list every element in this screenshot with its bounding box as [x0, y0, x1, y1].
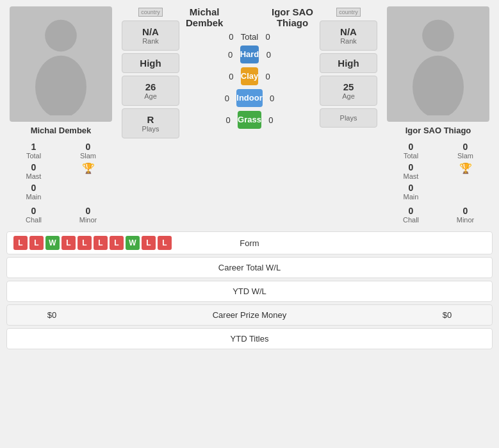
- h2h-clay-p2: 0: [258, 72, 277, 81]
- player2-slam-cell: 0 Slam: [438, 140, 493, 161]
- player2-slam-val: 0: [438, 142, 493, 152]
- player1-slam-cell: 0 Slam: [61, 140, 115, 161]
- prize-money-label: Career Prize Money: [90, 310, 409, 320]
- h2h-clay-p1: 0: [222, 72, 241, 81]
- player2-rank-val: N/A: [328, 26, 369, 37]
- player1-high-box: High: [122, 53, 179, 73]
- h2h-grass-row: 0 Grass 0: [218, 111, 281, 129]
- player2-age-box: 25 Age: [320, 76, 377, 106]
- player1-block: Michal Dembek 1 Total 0 Slam 0 Mast 🏆: [6, 6, 115, 225]
- h2h-p2-name: Igor SAO Thiago: [272, 6, 313, 28]
- h2h-total-label: Total: [241, 32, 258, 42]
- form-badge-9: L: [158, 236, 172, 250]
- player1-age-lbl: Age: [130, 92, 171, 100]
- player1-stats2: 0 Chall 0 Minor: [6, 204, 115, 225]
- player2-stats2: 0 Chall 0 Minor: [384, 204, 493, 225]
- player1-stats: 1 Total 0 Slam 0 Mast 🏆 0 Main: [6, 140, 115, 202]
- svg-point-0: [45, 20, 77, 52]
- player1-total-cell: 1 Total: [6, 140, 61, 161]
- player1-rank-lbl: Rank: [130, 37, 171, 45]
- player1-main-lbl: Main: [6, 193, 61, 201]
- player2-name: Igor SAO Thiago: [405, 126, 471, 135]
- player1-plays-lbl: Plays: [130, 125, 171, 133]
- player2-minor-val: 0: [438, 206, 493, 216]
- ytd-titles-row: YTD Titles: [6, 328, 493, 349]
- career-total-label: Career Total W/L: [90, 263, 409, 272]
- ytd-titles-label: YTD Titles: [90, 334, 409, 344]
- player2-rank-lbl: Rank: [328, 37, 369, 45]
- player1-rank-val: N/A: [130, 26, 171, 37]
- player2-slam-lbl: Slam: [438, 152, 493, 160]
- player2-chall-lbl: Chall: [384, 216, 438, 224]
- h2h-hard-p2: 0: [259, 50, 278, 60]
- player1-trophy-icon: 🏆: [61, 162, 115, 174]
- h2h-total-p1: 0: [222, 32, 241, 42]
- player1-name: Michal Dembek: [31, 126, 92, 135]
- form-label: Form: [211, 238, 288, 248]
- h2h-center-block: Michal Dembek Igor SAO Thiago 0 Total 0 …: [186, 6, 313, 225]
- player2-total-cell: 0 Total: [384, 140, 438, 161]
- form-badge-0: L: [13, 236, 28, 250]
- player2-plays-box: Plays: [320, 108, 377, 128]
- ytd-wl-label: YTD W/L: [90, 286, 409, 296]
- player2-main-val: 0: [384, 183, 438, 193]
- h2h-indoor-btn[interactable]: Indoor: [236, 89, 262, 107]
- player2-mast-val: 0: [384, 162, 438, 172]
- player1-photo: [10, 6, 112, 122]
- h2h-clay-btn[interactable]: Clay: [241, 67, 258, 85]
- h2h-total-p2: 0: [258, 32, 277, 42]
- player2-total-val: 0: [384, 142, 438, 152]
- form-badge-3: L: [61, 236, 76, 250]
- form-badge-5: L: [94, 236, 108, 250]
- player1-slam-lbl: Slam: [61, 152, 115, 160]
- form-badges: LLWLLLLWLL: [13, 236, 211, 250]
- player2-minor-lbl: Minor: [438, 216, 493, 224]
- player1-chall-lbl: Chall: [6, 216, 61, 224]
- form-badge-7: W: [126, 236, 140, 250]
- prize-money-left: $0: [13, 310, 90, 320]
- player1-main-val: 0: [6, 183, 61, 193]
- h2h-total-row: 0 Total 0: [222, 32, 277, 42]
- h2h-indoor-p1: 0: [217, 94, 236, 103]
- h2h-indoor-row: 0 Indoor 0: [217, 89, 281, 107]
- svg-point-3: [413, 56, 464, 115]
- player1-minor-lbl: Minor: [61, 216, 115, 224]
- main-container: Michal Dembek 1 Total 0 Slam 0 Mast 🏆: [0, 0, 499, 358]
- h2h-hard-btn[interactable]: Hard: [240, 46, 259, 63]
- player2-age-lbl: Age: [328, 92, 369, 100]
- player1-rank-box: N/A Rank: [122, 21, 179, 51]
- player2-rank-box: N/A Rank: [320, 21, 377, 51]
- player1-mast-cell: 0 Mast: [6, 161, 61, 181]
- player1-info-block: country N/A Rank High 26 Age R Plays: [119, 6, 183, 225]
- ytd-wl-row: YTD W/L: [6, 281, 493, 302]
- player2-stats: 0 Total 0 Slam 0 Mast 🏆 0 Main: [384, 140, 493, 202]
- player2-minor-cell: 0 Minor: [438, 204, 493, 225]
- h2h-clay-row: 0 Clay 0: [222, 67, 277, 85]
- player1-age-box: 26 Age: [122, 76, 179, 106]
- player2-mast-cell: 0 Mast: [384, 161, 438, 181]
- player1-plays-val: R: [130, 114, 171, 125]
- player2-main-cell: 0 Main: [384, 181, 438, 202]
- player1-plays-box: R Plays: [122, 108, 179, 138]
- career-total-row: Career Total W/L: [6, 257, 493, 278]
- h2h-grass-p2: 0: [261, 115, 281, 125]
- player1-slam-val: 0: [61, 142, 115, 152]
- player2-mast-lbl: Mast: [384, 172, 438, 180]
- player1-chall-cell: 0 Chall: [6, 204, 61, 225]
- svg-point-2: [422, 20, 454, 52]
- player2-chall-val: 0: [384, 206, 438, 216]
- player2-high-val: High: [328, 58, 369, 69]
- player2-country-flag: country: [336, 8, 361, 17]
- svg-point-1: [35, 56, 86, 115]
- h2h-grass-btn[interactable]: Grass: [238, 111, 261, 129]
- player2-info-block: country N/A Rank High 25 Age Plays: [316, 6, 380, 225]
- player2-main-lbl: Main: [384, 193, 438, 201]
- player1-country-flag: country: [138, 8, 163, 17]
- h2h-grass-p1: 0: [218, 115, 238, 125]
- form-badge-6: L: [110, 236, 124, 250]
- form-row: LLWLLLLWLL Form: [6, 231, 493, 254]
- player2-total-lbl: Total: [384, 152, 438, 160]
- form-badge-8: L: [142, 236, 156, 250]
- player2-trophy-icon: 🏆: [438, 162, 493, 174]
- prize-money-row: $0 Career Prize Money $0: [6, 304, 493, 326]
